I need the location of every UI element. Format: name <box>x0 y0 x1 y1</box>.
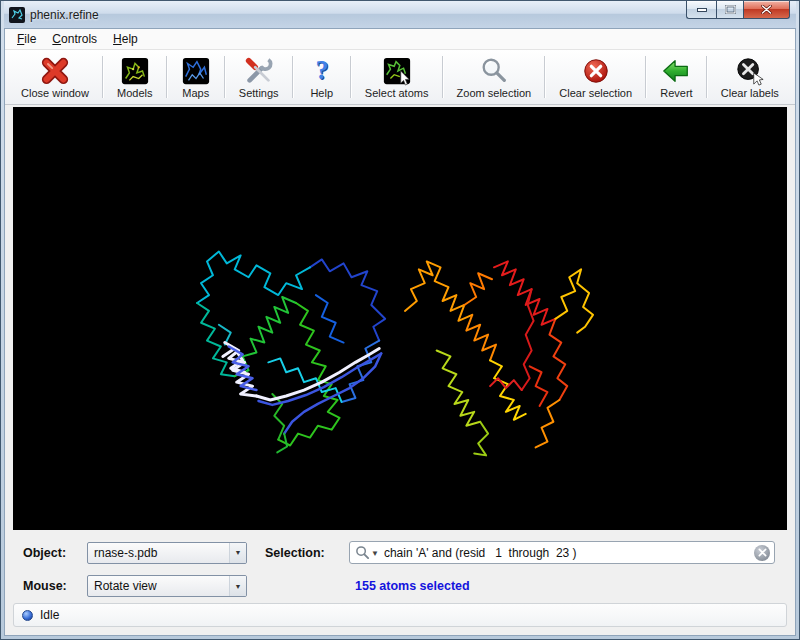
minimize-button[interactable] <box>686 1 716 19</box>
selection-value: chain 'A' and (resid 1 through 23 ) <box>384 546 754 560</box>
object-label: Object: <box>23 546 87 560</box>
maximize-button[interactable] <box>716 1 744 19</box>
search-options-chevron-icon[interactable]: ▼ <box>371 549 379 558</box>
selection-label: Selection: <box>265 546 349 560</box>
search-icon <box>355 545 370 560</box>
viewport-frame <box>5 105 795 532</box>
app-window: phenix.refine File Controls Help <box>0 0 800 640</box>
toolbar-separator <box>102 56 104 98</box>
atoms-selected-text: 155 atoms selected <box>349 579 777 593</box>
object-dropdown[interactable]: rnase-s.pdb ▼ <box>87 542 247 564</box>
models-button[interactable]: Models <box>105 51 165 103</box>
toolbar-separator <box>292 56 294 98</box>
settings-button[interactable]: Settings <box>227 51 291 103</box>
help-button[interactable]: ? ? Help <box>295 51 349 103</box>
statusbar-frame: Idle <box>5 599 795 635</box>
molecule-trace <box>13 107 787 530</box>
toolbar-label: Maps <box>182 87 209 99</box>
toolbar-label: Clear labels <box>721 87 779 99</box>
svg-text:?: ? <box>315 56 328 85</box>
toolbar-separator <box>645 56 647 98</box>
menu-help[interactable]: Help <box>105 29 146 49</box>
toolbar-label: Revert <box>660 87 692 99</box>
title-bar[interactable]: phenix.refine <box>4 1 796 28</box>
toolbar: Close window Models <box>5 50 795 105</box>
selection-input[interactable]: ▼ chain 'A' and (resid 1 through 23 ) <box>349 541 775 564</box>
toolbar-label: Settings <box>239 87 279 99</box>
clear-labels-icon <box>735 54 765 87</box>
models-icon <box>120 54 150 87</box>
status-indicator-icon <box>22 610 33 621</box>
close-window-icon <box>40 54 70 87</box>
zoom-selection-icon <box>479 54 509 87</box>
control-panel: Object: rnase-s.pdb ▼ Selection: ▼ chain… <box>5 532 795 599</box>
clear-selection-icon <box>581 54 611 87</box>
menu-controls[interactable]: Controls <box>44 29 105 49</box>
toolbar-label: Help <box>310 87 333 99</box>
toolbar-separator <box>706 56 708 98</box>
select-atoms-button[interactable]: Select atoms <box>353 51 441 103</box>
settings-icon <box>244 54 274 87</box>
status-bar: Idle <box>13 603 787 627</box>
zoom-selection-button[interactable]: Zoom selection <box>445 51 544 103</box>
menu-file[interactable]: File <box>9 29 44 49</box>
status-text: Idle <box>40 608 59 622</box>
clear-labels-button[interactable]: Clear labels <box>709 51 791 103</box>
toolbar-separator <box>442 56 444 98</box>
chevron-down-icon: ▼ <box>229 576 246 596</box>
toolbar-separator <box>544 56 546 98</box>
chevron-down-icon: ▼ <box>229 543 246 563</box>
gl-viewport[interactable] <box>13 107 787 530</box>
mouse-label: Mouse: <box>23 579 87 593</box>
close-button[interactable] <box>744 1 790 19</box>
window-title: phenix.refine <box>30 8 99 22</box>
close-window-button[interactable]: Close window <box>9 51 101 103</box>
toolbar-label: Clear selection <box>559 87 632 99</box>
toolbar-separator <box>224 56 226 98</box>
help-icon: ? ? <box>307 54 337 87</box>
toolbar-label: Zoom selection <box>457 87 532 99</box>
clear-selection-button[interactable]: Clear selection <box>547 51 644 103</box>
select-atoms-icon <box>382 54 412 87</box>
revert-button[interactable]: Revert <box>648 51 705 103</box>
mouse-mode-dropdown[interactable]: Rotate view ▼ <box>87 575 247 597</box>
mouse-mode-value: Rotate view <box>88 579 229 593</box>
toolbar-separator <box>350 56 352 98</box>
clear-search-icon[interactable] <box>754 545 770 561</box>
revert-icon <box>661 54 691 87</box>
app-icon <box>9 7 25 23</box>
toolbar-label: Select atoms <box>365 87 429 99</box>
maps-icon <box>181 54 211 87</box>
maps-button[interactable]: Maps <box>169 51 223 103</box>
toolbar-label: Close window <box>21 87 89 99</box>
toolbar-separator <box>166 56 168 98</box>
object-dropdown-value: rnase-s.pdb <box>88 546 229 560</box>
toolbar-label: Models <box>117 87 152 99</box>
menu-bar: File Controls Help <box>5 29 795 50</box>
